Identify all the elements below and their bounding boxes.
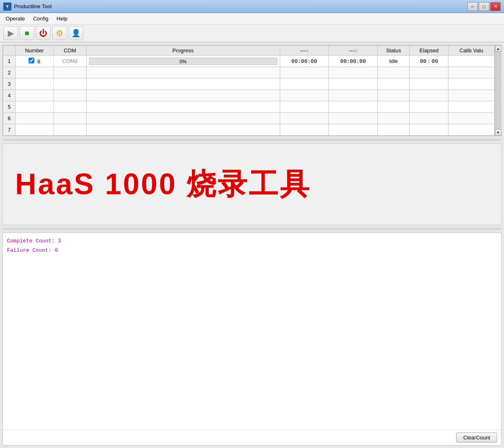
row-5-progress	[86, 101, 280, 113]
clear-count-button[interactable]: ClearCount	[456, 432, 497, 443]
window-title: Productline Tool	[14, 3, 51, 9]
row-3-time2	[329, 78, 378, 90]
separator-2	[2, 228, 502, 230]
row-5-time1	[280, 101, 329, 113]
row-3-status	[377, 78, 410, 90]
title-bar-left: ▼ Productline Tool	[3, 2, 51, 11]
table-row: 6	[3, 113, 495, 124]
status-footer: ClearCount	[3, 430, 501, 445]
row-3-number	[16, 78, 54, 90]
play-icon: ▶	[8, 28, 14, 38]
row-1-elapsed: 00：00	[410, 56, 448, 67]
row-1-time2: 00:00:00	[329, 56, 378, 67]
row-4-calib	[448, 90, 495, 101]
complete-count-line: Complete Count: 3	[7, 236, 497, 246]
row-6-progress	[86, 113, 280, 124]
row-2-status	[377, 67, 410, 78]
row-1-status: Idle	[377, 56, 410, 67]
col-header-com: COM	[54, 46, 86, 56]
row-6-calib	[448, 113, 495, 124]
table-row: 7	[3, 124, 495, 136]
row-7-time1	[280, 124, 329, 136]
row-4-elapsed	[410, 90, 448, 101]
power-button[interactable]: ⏻	[36, 26, 51, 40]
gear-icon: ⚙	[56, 28, 63, 38]
table-row: 4	[3, 90, 495, 101]
row-6-elapsed	[410, 113, 448, 124]
row-2-elapsed	[410, 67, 448, 78]
row-1-number: 8	[38, 58, 40, 65]
scrollbar-up-button[interactable]: ▲	[495, 45, 502, 52]
row-7-time2	[329, 124, 378, 136]
row-1-time1: 00:00:00	[280, 56, 329, 67]
row-2-calib	[448, 67, 495, 78]
row-1-calib	[448, 56, 495, 67]
title-bar-controls: ─ □ ✕	[467, 2, 501, 11]
row-5-calib	[448, 101, 495, 113]
col-header-time2: ----:	[329, 46, 378, 56]
row-2-time1	[280, 67, 329, 78]
close-button[interactable]: ✕	[490, 2, 501, 11]
title-bar: ▼ Productline Tool ─ □ ✕	[0, 0, 504, 13]
row-5-elapsed	[410, 101, 448, 113]
col-header-elapsed: Elapsed	[410, 46, 448, 56]
play-button[interactable]: ▶	[3, 26, 18, 40]
row-4-com	[54, 90, 86, 101]
row-7-calib	[448, 124, 495, 136]
table-section: Number COM Progress ----: ----: Status E…	[2, 45, 502, 136]
failure-count-line: Failure Count: 0	[7, 246, 497, 255]
device-table: Number COM Progress ----: ----: Status E…	[3, 45, 495, 136]
row-num-2: 2	[3, 67, 16, 78]
banner-text: HaaS 1000 烧录工具	[15, 165, 311, 204]
row-5-number	[16, 101, 54, 113]
col-header-num	[3, 46, 16, 56]
row-2-number	[16, 67, 54, 78]
row-6-time1	[280, 113, 329, 124]
row-7-progress	[86, 124, 280, 136]
row-num-6: 6	[3, 113, 16, 124]
row-4-status	[377, 90, 410, 101]
restore-button[interactable]: □	[479, 2, 489, 11]
table-row: 1 8 COM8 0% 00:00:00	[3, 56, 495, 67]
user-icon: 👤	[71, 29, 80, 38]
row-1-progress-bar: 0%	[89, 58, 277, 65]
scrollbar-down-button[interactable]: ▼	[495, 129, 502, 136]
minimize-button[interactable]: ─	[467, 2, 478, 11]
row-1-checkbox[interactable]	[29, 58, 34, 63]
row-1-progress-text: 0%	[89, 58, 277, 65]
row-4-progress	[86, 90, 280, 101]
toolbar: ▶ ■ ⏻ ⚙ 👤	[0, 25, 504, 43]
menu-bar: Operate Config Help	[0, 13, 504, 25]
col-header-time1: ----:	[280, 46, 329, 56]
row-num-3: 3	[3, 78, 16, 90]
row-3-progress	[86, 78, 280, 90]
main-area: Number COM Progress ----: ----: Status E…	[0, 43, 504, 448]
status-section: Complete Count: 3 Failure Count: 0 Clear…	[2, 233, 502, 446]
row-2-time2	[329, 67, 378, 78]
menu-help[interactable]: Help	[53, 14, 72, 23]
row-4-number	[16, 90, 54, 101]
row-1-checkbox-cell[interactable]: 8	[16, 56, 54, 67]
menu-config[interactable]: Config	[29, 14, 53, 23]
row-num-1: 1	[3, 56, 16, 67]
row-2-com	[54, 67, 86, 78]
row-3-elapsed	[410, 78, 448, 90]
row-4-time2	[329, 90, 378, 101]
row-num-5: 5	[3, 101, 16, 113]
user-button[interactable]: 👤	[69, 26, 83, 40]
stop-icon: ■	[25, 29, 29, 38]
settings-button[interactable]: ⚙	[52, 26, 67, 40]
table-row: 2	[3, 67, 495, 78]
table-scrollbar[interactable]: ▲ ▼	[495, 45, 501, 136]
menu-operate[interactable]: Operate	[2, 14, 29, 23]
row-num-7: 7	[3, 124, 16, 136]
row-6-time2	[329, 113, 378, 124]
row-2-progress	[86, 67, 280, 78]
row-5-time2	[329, 101, 378, 113]
power-icon: ⏻	[39, 29, 47, 38]
row-3-com	[54, 78, 86, 90]
stop-button[interactable]: ■	[20, 26, 34, 40]
row-5-status	[377, 101, 410, 113]
row-3-time1	[280, 78, 329, 90]
col-header-status: Status	[377, 46, 410, 56]
